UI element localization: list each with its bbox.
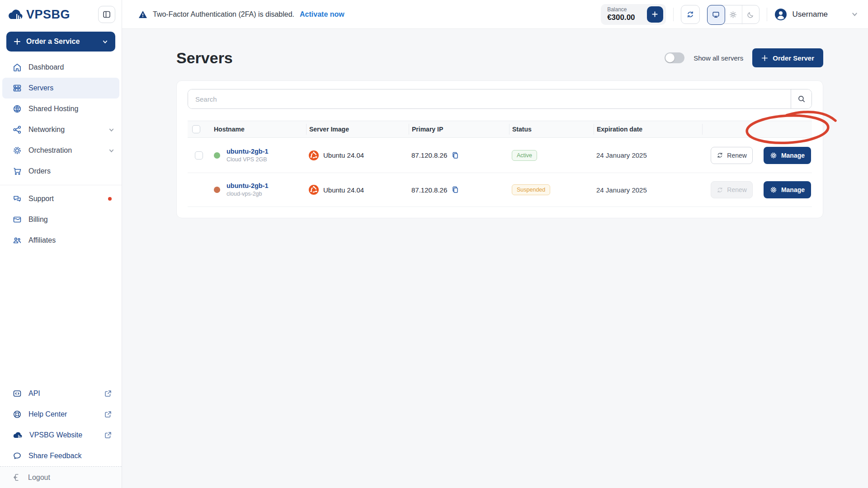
vpsbg-logo[interactable]: VPSBG	[7, 8, 70, 22]
status-dot-orange	[214, 187, 220, 193]
logout-button[interactable]: Logout	[0, 466, 122, 488]
renew-label: Renew	[727, 186, 747, 193]
theme-switcher	[707, 5, 760, 24]
order-a-service-button[interactable]: Order a Service	[6, 32, 115, 52]
servers-card: Hostname Server Image Primary IP Status …	[176, 80, 823, 218]
renew-button[interactable]: Renew	[711, 147, 753, 164]
search-icon	[797, 95, 806, 103]
copy-ip-button[interactable]	[452, 152, 459, 159]
table-header-row: Hostname Server Image Primary IP Status …	[188, 121, 812, 138]
sidebar-item-label: API	[28, 389, 98, 398]
theme-dark-button[interactable]	[742, 5, 759, 24]
sidebar-item-networking[interactable]: Networking	[0, 119, 122, 140]
sidebar-item-vpsbg-website[interactable]: VPSBG Website	[0, 425, 122, 446]
column-primary-ip: Primary IP	[409, 124, 509, 135]
hostname-link[interactable]: ubuntu-2gb-1	[226, 147, 269, 156]
sidebar-footer: API Help Center VPSBG Website	[0, 383, 122, 488]
sidebar-item-share-feedback[interactable]: Share Feedback	[0, 446, 122, 466]
sidebar-item-orchestration[interactable]: Orchestration	[0, 140, 122, 161]
chevron-down-icon	[102, 39, 108, 45]
cart-icon	[13, 167, 22, 176]
refresh-button[interactable]	[681, 5, 700, 24]
hostname-cell: ubuntu-2gb-1 cloud-vps-2gb	[211, 182, 306, 197]
row-checkbox[interactable]	[195, 151, 203, 160]
order-server-label: Order Server	[773, 54, 814, 62]
order-server-button[interactable]: Order Server	[752, 48, 823, 67]
renew-label: Renew	[727, 152, 747, 159]
sidebar-item-label: Orchestration	[28, 146, 102, 155]
sidebar-item-billing[interactable]: Billing	[0, 209, 122, 230]
ubuntu-logo-icon	[309, 185, 319, 195]
status-cell: Active	[509, 150, 594, 161]
sidebar-item-dashboard[interactable]: Dashboard	[0, 57, 122, 78]
table-row: ubuntu-2gb-1 Cloud VPS 2GB Ubuntu 24.04 …	[188, 138, 812, 173]
manage-button[interactable]: Manage	[764, 147, 811, 164]
panel-collapse-icon	[103, 10, 111, 19]
sidebar-item-label: Billing	[28, 216, 114, 224]
life-ring-icon	[13, 410, 22, 419]
topbar-right: Balance €300.00	[601, 4, 858, 25]
sidebar-item-affiliates[interactable]: Affiliates	[0, 230, 122, 251]
hostname-link[interactable]: ubuntu-2gb-1	[226, 182, 269, 190]
add-funds-button[interactable]	[647, 6, 663, 23]
column-actions	[702, 124, 812, 135]
plus-icon	[651, 11, 658, 18]
server-image-label: Ubuntu 24.04	[323, 186, 364, 194]
expiration-cell: 24 January 2025	[594, 151, 702, 159]
page-header-actions: Show all servers Order Server	[665, 48, 823, 67]
ip-value: 87.120.8.26	[411, 151, 447, 159]
renew-button-disabled[interactable]: Renew	[711, 181, 753, 198]
theme-system-button[interactable]	[707, 5, 725, 25]
renew-refresh-icon	[717, 187, 723, 193]
sidebar-menu: Dashboard Servers Shared Hosting Network…	[0, 57, 122, 251]
sidebar-item-label: Servers	[28, 84, 114, 92]
sidebar-item-support[interactable]: Support	[0, 188, 122, 209]
column-status: Status	[509, 124, 594, 135]
sidebar-item-label: Help Center	[28, 410, 98, 418]
topbar: Two-Factor Authentication (2FA) is disab…	[122, 0, 868, 29]
sidebar-item-label: Shared Hosting	[28, 105, 114, 113]
user-menu[interactable]: Username	[774, 8, 828, 21]
sidebar-item-shared-hosting[interactable]: Shared Hosting	[0, 99, 122, 119]
page-header: Servers Show all servers Order Server	[176, 48, 823, 68]
servers-table: Hostname Server Image Primary IP Status …	[188, 121, 812, 207]
sidebar-item-label: Dashboard	[28, 63, 114, 71]
sidebar-item-help-center[interactable]: Help Center	[0, 404, 122, 425]
status-badge: Suspended	[512, 184, 550, 195]
gear-icon	[770, 186, 777, 193]
user-chevron-down-icon[interactable]	[851, 11, 858, 18]
balance-label: Balance	[607, 7, 635, 13]
show-all-servers-toggle[interactable]	[665, 52, 684, 63]
search-bar	[188, 89, 812, 109]
theme-light-button[interactable]	[725, 5, 742, 24]
copy-ip-button[interactable]	[452, 186, 459, 193]
select-all-checkbox[interactable]	[192, 125, 200, 133]
sidebar-item-label: Support	[28, 195, 101, 203]
copy-icon	[452, 186, 459, 193]
manage-label: Manage	[781, 152, 805, 159]
manage-button[interactable]: Manage	[764, 181, 811, 198]
column-hostname: Hostname	[211, 124, 306, 135]
sidebar-item-servers[interactable]: Servers	[2, 78, 119, 99]
sidebar-item-orders[interactable]: Orders	[0, 161, 122, 182]
primary-ip-cell: 87.120.8.26	[409, 151, 509, 159]
activate-now-link[interactable]: Activate now	[300, 10, 344, 19]
wallet-icon	[13, 215, 22, 224]
globe-icon	[13, 104, 22, 113]
cloud-icon	[13, 432, 23, 439]
2fa-notice-text: Two-Factor Authentication (2FA) is disab…	[153, 10, 294, 19]
refresh-icon	[686, 10, 694, 19]
actions-cell: Renew Manage	[702, 147, 812, 164]
search-button[interactable]	[791, 89, 811, 108]
sidebar-collapse-button[interactable]	[98, 6, 115, 23]
header-checkbox-cell	[188, 124, 211, 135]
plus-icon	[761, 55, 768, 61]
search-input[interactable]	[188, 89, 791, 108]
sidebar-item-label: Orders	[28, 167, 114, 175]
status-badge: Active	[512, 150, 537, 161]
sidebar-item-api[interactable]: API	[0, 383, 122, 404]
external-link-icon	[104, 411, 112, 418]
ip-value: 87.120.8.26	[411, 186, 447, 194]
balance-value: €300.00	[607, 13, 635, 22]
status-cell: Suspended	[509, 184, 594, 195]
